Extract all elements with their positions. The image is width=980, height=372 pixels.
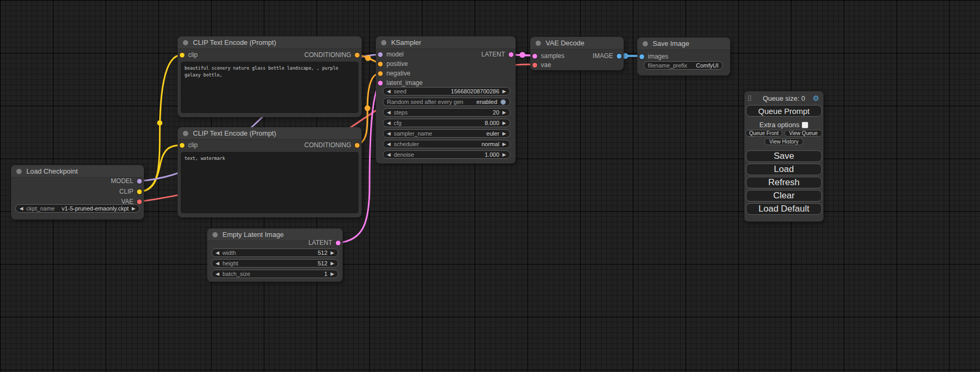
gear-icon[interactable]: ⚙ — [812, 94, 819, 102]
input-slot-clip[interactable]: clip — [180, 140, 198, 150]
output-slot-conditioning[interactable]: CONDITIONING — [304, 140, 360, 150]
reroute-dot[interactable] — [157, 120, 162, 126]
refresh-button[interactable]: Refresh — [746, 177, 822, 188]
negative-prompt-textarea[interactable]: text, watermark — [181, 152, 358, 213]
positive-prompt-textarea[interactable]: beautiful scenery nature glass bottle la… — [181, 62, 358, 113]
node-title-bar[interactable]: Save Image — [637, 37, 730, 50]
queue-prompt-button[interactable]: Queue Prompt — [746, 105, 822, 117]
scheduler-widget[interactable]: ◀ scheduler normal ▶ — [383, 140, 510, 148]
latent-output-dot[interactable] — [336, 241, 341, 245]
collapse-dot[interactable] — [212, 232, 218, 237]
positive-input-dot[interactable] — [378, 62, 383, 66]
input-slot-negative[interactable]: negative — [378, 69, 410, 78]
load-button[interactable]: Load — [746, 164, 822, 175]
node-ksampler[interactable]: KSampler model LATENT positive negative … — [376, 36, 516, 164]
conditioning-output-dot[interactable] — [355, 143, 360, 148]
output-slot-clip[interactable]: CLIP — [119, 187, 142, 196]
output-slot-conditioning[interactable]: CONDITIONING — [304, 50, 360, 60]
decrement-arrow-icon[interactable]: ◀ — [20, 206, 23, 211]
images-input-dot[interactable] — [639, 54, 644, 59]
extra-options-checkbox[interactable] — [802, 122, 808, 128]
queue-panel[interactable]: Queue size: 0 ⚙ Queue Prompt Extra optio… — [744, 91, 823, 222]
drag-handle-icon[interactable] — [748, 96, 749, 97]
clear-button[interactable]: Clear — [746, 190, 822, 202]
latent-image-input-dot[interactable] — [378, 81, 383, 85]
negative-input-dot[interactable] — [378, 71, 383, 76]
vae-input-dot[interactable] — [532, 63, 537, 68]
input-slot-images[interactable]: images — [639, 52, 668, 61]
node-clip-text-encode-negative[interactable]: CLIP Text Encode (Prompt) clip CONDITION… — [178, 127, 362, 217]
sampler-name-widget[interactable]: ◀ sampler_name euler ▶ — [383, 129, 510, 138]
increment-arrow-icon[interactable]: ▶ — [502, 152, 506, 157]
decrement-arrow-icon[interactable]: ◀ — [216, 251, 219, 255]
input-slot-samples[interactable]: samples — [532, 51, 565, 61]
samples-input-dot[interactable] — [532, 54, 537, 59]
input-slot-vae[interactable]: vae — [532, 60, 551, 70]
output-slot-image[interactable]: IMAGE — [593, 51, 622, 61]
image-output-dot[interactable] — [617, 54, 622, 59]
increment-arrow-icon[interactable]: ▶ — [331, 272, 334, 276]
steps-widget[interactable]: ◀ steps 20 ▶ — [383, 108, 510, 117]
latent-output-dot[interactable] — [509, 52, 513, 57]
input-slot-positive[interactable]: positive — [378, 59, 408, 69]
decrement-arrow-icon[interactable]: ◀ — [216, 261, 219, 266]
decrement-arrow-icon[interactable]: ◀ — [387, 142, 391, 147]
collapse-dot[interactable] — [183, 40, 188, 45]
decrement-arrow-icon[interactable]: ◀ — [387, 152, 391, 157]
view-queue-button[interactable]: View Queue — [784, 130, 822, 137]
clip-output-dot[interactable] — [137, 189, 142, 194]
batch-size-widget[interactable]: ◀ batch_size 1 ▶ — [211, 270, 338, 278]
node-save-image[interactable]: Save Image images filename_prefix ComfyU… — [637, 37, 730, 75]
random-seed-toggle-widget[interactable]: Random seed after every gen enabled — [383, 98, 510, 106]
model-input-dot[interactable] — [378, 52, 383, 57]
decrement-arrow-icon[interactable]: ◀ — [387, 121, 391, 126]
decrement-arrow-icon[interactable]: ◀ — [387, 110, 391, 115]
increment-arrow-icon[interactable]: ▶ — [502, 131, 506, 136]
increment-arrow-icon[interactable]: ▶ — [502, 121, 506, 126]
node-title-bar[interactable]: VAE Decode — [530, 37, 624, 50]
node-title-bar[interactable]: KSampler — [376, 36, 516, 49]
clip-input-dot[interactable] — [180, 53, 185, 58]
increment-arrow-icon[interactable]: ▶ — [132, 206, 135, 211]
node-title-bar[interactable]: CLIP Text Encode (Prompt) — [178, 36, 362, 49]
save-button[interactable]: Save — [746, 150, 822, 162]
conditioning-output-dot[interactable] — [355, 53, 360, 58]
width-widget[interactable]: ◀ width 512 ▶ — [211, 249, 338, 257]
collapse-dot[interactable] — [183, 131, 188, 136]
increment-arrow-icon[interactable]: ▶ — [502, 110, 506, 115]
height-widget[interactable]: ◀ height 512 ▶ — [211, 259, 338, 268]
clip-input-dot[interactable] — [180, 143, 185, 148]
decrement-arrow-icon[interactable]: ◀ — [216, 272, 219, 276]
node-title-bar[interactable]: CLIP Text Encode (Prompt) — [178, 127, 362, 140]
increment-arrow-icon[interactable]: ▶ — [331, 261, 334, 266]
reroute-dot[interactable] — [365, 55, 371, 61]
output-slot-latent[interactable]: LATENT — [308, 238, 341, 247]
increment-arrow-icon[interactable]: ▶ — [502, 89, 506, 94]
cfg-widget[interactable]: ◀ cfg 8.000 ▶ — [383, 119, 510, 127]
view-history-button[interactable]: View History — [764, 138, 803, 145]
node-empty-latent-image[interactable]: Empty Latent Image LATENT ◀ width 512 ▶ … — [207, 228, 343, 282]
increment-arrow-icon[interactable]: ▶ — [502, 142, 506, 147]
ckpt-name-widget[interactable]: ◀ ckpt_name v1-5-pruned-emaonly.ckpt ▶ — [15, 204, 140, 213]
seed-widget[interactable]: ◀ seed 156680208700286 ▶ — [383, 87, 510, 96]
increment-arrow-icon[interactable]: ▶ — [331, 251, 334, 255]
node-load-checkpoint[interactable]: Load Checkpoint MODEL CLIP VAE ◀ ckpt_na… — [11, 165, 144, 220]
collapse-dot[interactable] — [643, 41, 648, 46]
collapse-dot[interactable] — [381, 40, 386, 45]
decrement-arrow-icon[interactable]: ◀ — [387, 131, 391, 136]
toggle-circle-icon[interactable] — [500, 99, 506, 105]
output-slot-model[interactable]: MODEL — [111, 176, 142, 186]
output-slot-latent[interactable]: LATENT — [481, 50, 513, 59]
decrement-arrow-icon[interactable]: ◀ — [387, 89, 391, 94]
node-graph-canvas[interactable]: Load Checkpoint MODEL CLIP VAE ◀ ckpt_na… — [0, 0, 980, 372]
load-default-button[interactable]: Load Default — [746, 203, 822, 215]
filename-prefix-widget[interactable]: filename_prefix ComfyUI — [644, 61, 723, 70]
vae-output-dot[interactable] — [137, 199, 142, 204]
collapse-dot[interactable] — [536, 41, 541, 46]
collapse-dot[interactable] — [16, 169, 22, 174]
model-output-dot[interactable] — [137, 179, 142, 184]
reroute-dot[interactable] — [365, 106, 371, 111]
queue-front-button[interactable]: Queue Front — [745, 130, 782, 137]
input-slot-latent-image[interactable]: latent_image — [378, 78, 423, 88]
node-clip-text-encode-positive[interactable]: CLIP Text Encode (Prompt) clip CONDITION… — [178, 36, 362, 117]
